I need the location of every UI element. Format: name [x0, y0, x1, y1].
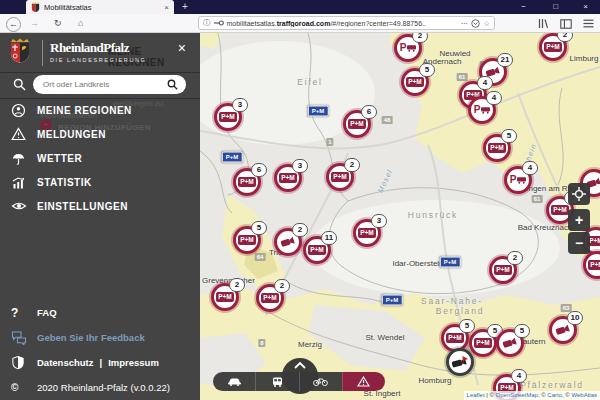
url-path: /#/regionen?center=49.88756..	[330, 20, 426, 27]
pocket-icon[interactable]	[471, 19, 480, 28]
window-minimize-button[interactable]: −	[521, 2, 526, 11]
map-marker-cam[interactable]: 5	[496, 329, 524, 357]
map-marker-pm[interactable]: P+M5	[469, 329, 497, 357]
back-button[interactable]: ←	[6, 17, 21, 32]
map-marker-pm[interactable]: P+M5	[233, 226, 261, 254]
url-bar[interactable]: ⓘ mobilitaetsatlas.traffgoroad.com/#/reg…	[198, 16, 495, 30]
map-marker-pm[interactable]: P+M2	[211, 283, 239, 311]
sidebar-item-label: MEINE REGIONEN	[37, 105, 132, 116]
tab-close-icon[interactable]: ×	[164, 3, 169, 12]
attribution-text: | ©	[485, 392, 496, 398]
map-marker-cam[interactable]: 10	[549, 316, 577, 344]
alerts-mode-button[interactable]	[342, 372, 385, 391]
hamburger-menu-icon[interactable]	[583, 19, 594, 28]
attribution-link[interactable]: Leaflet	[467, 392, 485, 398]
browser-toolbar: ← → ↻ ⌂ ⓘ mobilitaetsatlas.traffgoroad.c…	[0, 14, 600, 33]
map-attribution: Leaflet | © OpenStreetMap, © Carto, © We…	[464, 391, 600, 400]
reload-button[interactable]: ↻	[54, 17, 62, 30]
url-domain: traffgoroad.com	[277, 20, 331, 27]
pm-sign-marker[interactable]: P+M	[222, 152, 243, 163]
map-marker-pm[interactable]: P+M11	[303, 236, 331, 264]
map-label: Pfälzerwald	[520, 380, 584, 390]
home-button[interactable]: ⌂	[78, 17, 83, 30]
marker-count: 4	[477, 76, 493, 90]
zoom-in-button[interactable]: +	[568, 209, 590, 231]
pm-plate: P+M	[238, 235, 256, 245]
window-maximize-button[interactable]: □	[553, 2, 558, 11]
search-input[interactable]	[41, 79, 167, 90]
browser-tab[interactable]: Mobilitätsatlas ×	[26, 0, 174, 14]
map-label: Bad Kreuznach	[518, 223, 573, 232]
marker-count: 5	[251, 221, 267, 235]
bus-mode-button[interactable]	[255, 372, 298, 391]
map-marker-pr[interactable]: P2	[394, 34, 422, 62]
sidebar-item-statistik[interactable]: STATISTIK	[0, 170, 200, 194]
datenschutz-link[interactable]: Datenschutz	[37, 357, 93, 368]
pm-plate: P+M	[219, 112, 237, 122]
car-mode-button[interactable]	[213, 372, 255, 391]
sidebar-item-feedback[interactable]: Geben Sie Ihr Feedback	[0, 325, 200, 350]
map-marker-pm[interactable]: P+M3	[214, 103, 242, 131]
map-marker-pm[interactable]: P+M3	[353, 219, 381, 247]
map-marker-pm[interactable]: P+M2	[489, 256, 517, 284]
marker-count: 2	[229, 278, 245, 292]
pm-plate: P+M	[348, 119, 366, 129]
map-marker-pm[interactable]: P+M5	[483, 134, 511, 162]
sidebar-item-faq[interactable]: ? FAQ	[0, 300, 200, 325]
bookmark-star-icon[interactable]: ☆	[483, 19, 490, 28]
zoom-out-button[interactable]: −	[568, 232, 590, 254]
pm-sign-marker[interactable]: P+M	[382, 295, 403, 306]
window-close-button[interactable]: ×	[583, 2, 588, 11]
sidebar-item-meine-regionen[interactable]: MEINE REGIONEN	[0, 98, 200, 122]
sidebar-item-wetter[interactable]: WETTER	[0, 146, 200, 170]
sidebar-item-einstellungen[interactable]: EINSTELLUNGEN	[0, 194, 200, 218]
marker-count: 2	[292, 223, 308, 237]
attribution-link[interactable]: Carto	[547, 392, 562, 398]
camera-icon	[280, 236, 296, 248]
marker-count: 21	[497, 53, 513, 67]
map-marker-pm[interactable]: P+M2	[539, 33, 567, 61]
pm-sign-marker[interactable]: P+M	[308, 106, 329, 117]
map-marker-pm[interactable]: P+M2	[256, 284, 284, 312]
map-label: Bergland	[436, 306, 484, 316]
forward-button[interactable]: →	[30, 17, 39, 30]
pr-plate: P	[510, 175, 527, 185]
impressum-link[interactable]: Impressum	[108, 357, 159, 368]
search-submit-icon[interactable]	[167, 79, 178, 90]
map-marker-pm[interactable]: P+M6	[233, 168, 261, 196]
brand-divider	[42, 40, 43, 66]
map-marker-pr[interactable]: P4	[468, 96, 496, 124]
map-marker-pm[interactable]: P+M6	[343, 110, 371, 138]
map-canvas[interactable]: + −	[200, 33, 600, 400]
sidebar-toggle-icon[interactable]	[560, 19, 572, 29]
map-marker-pm[interactable]: P+M2	[326, 163, 354, 191]
url-prefix: mobilitaetsatlas.	[227, 20, 277, 27]
road-number-badge: 64	[255, 253, 266, 261]
browser-titlebar: Mobilitätsatlas × + − □ ×	[0, 0, 600, 14]
map-marker-pm[interactable]: P+M5	[401, 68, 429, 96]
map-marker-pm[interactable]: P+M3	[274, 164, 302, 192]
attribution-link[interactable]: OpenStreetMap	[496, 392, 538, 398]
sidebar-item-meldungen[interactable]: MELDUNGEN	[0, 122, 200, 146]
library-icon[interactable]	[538, 18, 549, 29]
map-label: Homburg	[419, 376, 452, 385]
car-icon	[227, 377, 242, 386]
new-tab-button[interactable]: +	[182, 1, 188, 12]
tab-favicon	[31, 2, 40, 13]
site-info-icon[interactable]: ⓘ	[203, 18, 211, 28]
map-marker-camlive[interactable]	[446, 348, 474, 376]
bike-mode-button[interactable]	[299, 372, 342, 391]
pm-plate: P+M	[406, 77, 424, 87]
attribution-link[interactable]: WebAtlas	[571, 392, 597, 398]
permissions-icon[interactable]	[214, 19, 224, 27]
pm-sign-marker[interactable]: P+M	[440, 257, 461, 268]
page-actions-icon[interactable]: ⋯	[461, 19, 469, 28]
sidebar-item-label: MELDUNGEN	[37, 129, 106, 140]
marker-count: 6	[361, 105, 377, 119]
locate-button[interactable]	[568, 183, 590, 205]
marker-count: 5	[514, 324, 530, 338]
map-marker-pr[interactable]: P4	[504, 166, 532, 194]
map-marker-cam[interactable]: 2	[274, 228, 302, 256]
sidebar-item-label: STATISTIK	[37, 177, 92, 188]
shield-icon	[11, 355, 37, 370]
